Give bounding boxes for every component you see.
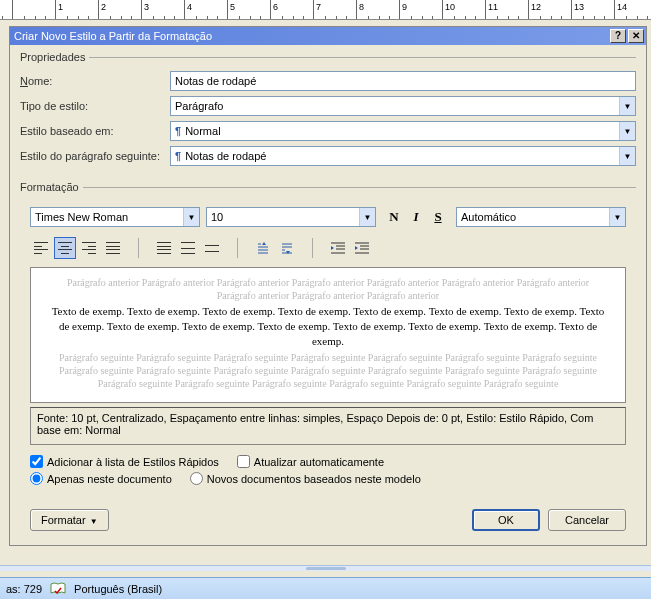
linespace-15-icon: [181, 242, 195, 254]
auto-update-check[interactable]: Atualizar automaticamente: [237, 455, 384, 468]
format-button[interactable]: Formatar▼: [30, 509, 109, 531]
add-quickstyles-checkbox[interactable]: [30, 455, 43, 468]
linespace-1-icon: [157, 242, 171, 254]
properties-fieldset: Propriedades Nome: Tipo de estilo: Parág…: [20, 51, 636, 177]
separator: [237, 238, 238, 258]
preview-before: Parágrafo anterior Parágrafo anterior Pa…: [49, 276, 607, 302]
chevron-down-icon: ▼: [619, 97, 635, 115]
close-button[interactable]: ✕: [628, 29, 644, 43]
italic-button[interactable]: I: [405, 206, 427, 228]
linespace-15-button[interactable]: [177, 237, 199, 259]
bold-button[interactable]: N: [383, 206, 405, 228]
pilcrow-icon: ¶: [175, 125, 181, 137]
align-left-icon: [34, 242, 48, 254]
chevron-down-icon: ▼: [609, 208, 625, 226]
indent-inc-icon: [355, 242, 369, 254]
fontcolor-combo[interactable]: Automático ▼: [456, 207, 626, 227]
properties-legend: Propriedades: [20, 51, 89, 63]
styletype-label: Tipo de estilo:: [20, 100, 170, 112]
space-before-inc-icon: [256, 242, 270, 254]
formatting-fieldset: Formatação Times New Roman ▼ 10 ▼ N I S …: [20, 181, 636, 497]
chevron-down-icon: ▼: [619, 122, 635, 140]
fontsize-combo[interactable]: 10 ▼: [206, 207, 376, 227]
space-before-dec-icon: [280, 242, 294, 254]
this-doc-radio[interactable]: Apenas neste documento: [30, 472, 172, 485]
styletype-combo[interactable]: Parágrafo ▼: [170, 96, 636, 116]
linespace-1-button[interactable]: [153, 237, 175, 259]
linespace-2-button[interactable]: [201, 237, 223, 259]
this-doc-radio-input[interactable]: [30, 472, 43, 485]
basedon-combo[interactable]: ¶Normal ▼: [170, 121, 636, 141]
pane-divider[interactable]: [0, 565, 651, 571]
add-quickstyles-check[interactable]: Adicionar à lista de Estilos Rápidos: [30, 455, 219, 468]
align-right-icon: [82, 242, 96, 254]
nextpara-value: ¶Notas de rodapé: [171, 150, 619, 162]
nextpara-label: Estilo do parágrafo seguinte:: [20, 150, 170, 162]
new-docs-radio[interactable]: Novos documentos baseados neste modelo: [190, 472, 421, 485]
align-justify-button[interactable]: [102, 237, 124, 259]
indent-inc-button[interactable]: [351, 237, 373, 259]
dialog-titlebar: Criar Novo Estilo a Partir da Formatação…: [10, 27, 646, 45]
style-description: Fonte: 10 pt, Centralizado, Espaçamento …: [30, 407, 626, 445]
linespace-2-icon: [205, 242, 219, 254]
pilcrow-icon: ¶: [175, 150, 181, 162]
font-combo[interactable]: Times New Roman ▼: [30, 207, 200, 227]
spellcheck-icon[interactable]: [50, 582, 66, 596]
separator: [312, 238, 313, 258]
chevron-down-icon: ▼: [90, 517, 98, 526]
horizontal-ruler: 11234567891011121314: [0, 0, 651, 20]
indent-dec-icon: [331, 242, 345, 254]
chevron-down-icon: ▼: [183, 208, 199, 226]
align-right-button[interactable]: [78, 237, 100, 259]
preview-after: Parágrafo seguinte Parágrafo seguinte Pa…: [49, 351, 607, 390]
separator: [138, 238, 139, 258]
align-justify-icon: [106, 242, 120, 254]
basedon-value: ¶Normal: [171, 125, 619, 137]
status-bar: as: 729 Português (Brasil): [0, 577, 651, 599]
chevron-down-icon: ▼: [359, 208, 375, 226]
ok-button[interactable]: OK: [472, 509, 540, 531]
align-center-icon: [58, 242, 72, 254]
space-before-inc-button[interactable]: [252, 237, 274, 259]
dialog-title: Criar Novo Estilo a Partir da Formatação: [14, 30, 608, 42]
create-style-dialog: Criar Novo Estilo a Partir da Formatação…: [9, 26, 647, 546]
underline-button[interactable]: S: [427, 206, 449, 228]
language-status[interactable]: Português (Brasil): [74, 583, 162, 595]
space-before-dec-button[interactable]: [276, 237, 298, 259]
name-label: Nome:: [20, 75, 170, 87]
name-input[interactable]: [170, 71, 636, 91]
new-docs-radio-input[interactable]: [190, 472, 203, 485]
fontsize-value: 10: [207, 211, 359, 223]
help-button[interactable]: ?: [610, 29, 626, 43]
font-value: Times New Roman: [31, 211, 183, 223]
align-left-button[interactable]: [30, 237, 52, 259]
formatting-legend: Formatação: [20, 181, 83, 193]
preview-box: Parágrafo anterior Parágrafo anterior Pa…: [30, 267, 626, 403]
align-center-button[interactable]: [54, 237, 76, 259]
indent-dec-button[interactable]: [327, 237, 349, 259]
basedon-label: Estilo baseado em:: [20, 125, 170, 137]
auto-update-checkbox[interactable]: [237, 455, 250, 468]
preview-sample: Texto de exemp. Texto de exemp. Texto de…: [49, 304, 607, 349]
word-count[interactable]: as: 729: [6, 583, 42, 595]
nextpara-combo[interactable]: ¶Notas de rodapé ▼: [170, 146, 636, 166]
cancel-button[interactable]: Cancelar: [548, 509, 626, 531]
fontcolor-value: Automático: [457, 211, 609, 223]
chevron-down-icon: ▼: [619, 147, 635, 165]
styletype-value: Parágrafo: [171, 100, 619, 112]
